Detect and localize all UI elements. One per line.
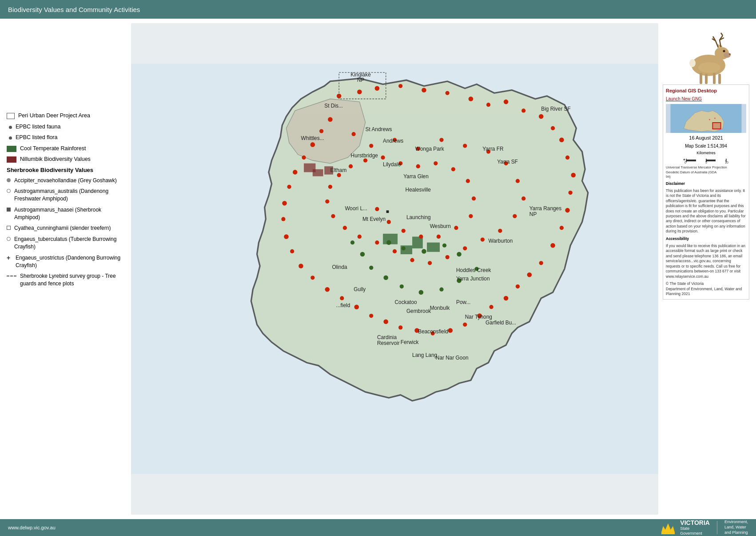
svg-point-160 <box>689 59 696 67</box>
svg-point-102 <box>457 278 462 283</box>
accessibility-title: Accessibility <box>666 236 746 242</box>
svg-point-9 <box>357 89 362 94</box>
svg-point-83 <box>398 161 402 165</box>
gis-title: Regional GIS Desktop <box>666 88 746 94</box>
disclaimer-title: Disclaimer <box>666 181 746 187</box>
svg-text:✦: ✦ <box>683 158 686 162</box>
svg-point-108 <box>360 252 365 257</box>
svg-point-78 <box>328 185 332 189</box>
svg-point-45 <box>290 249 294 253</box>
svg-text:5: 5 <box>705 161 707 164</box>
svg-point-37 <box>398 325 402 329</box>
epbc-flora-icon <box>7 135 12 140</box>
legend-nillumbik: Nillumbik Biodiversity Values <box>7 156 127 164</box>
species-item-5: + Engaeus_urostrictus (Dandenong Burrowi… <box>7 254 127 269</box>
svg-point-96 <box>386 240 391 245</box>
legend-epbc-flora: EPBC listed flora <box>7 134 127 142</box>
svg-point-35 <box>431 331 435 335</box>
svg-point-38 <box>383 319 388 324</box>
svg-point-70 <box>428 261 432 265</box>
svg-point-95 <box>375 207 379 211</box>
page-header: Biodiversity Values and Community Activi… <box>0 0 756 19</box>
svg-point-26 <box>550 243 555 248</box>
svg-point-50 <box>293 170 298 175</box>
svg-point-55 <box>352 132 356 136</box>
svg-point-154 <box>729 53 731 55</box>
gis-scale: Map Scale 1:514,394 <box>666 143 746 149</box>
svg-point-97 <box>402 246 406 250</box>
svg-point-104 <box>419 290 424 295</box>
svg-point-64 <box>521 196 525 200</box>
svg-point-40 <box>354 304 359 309</box>
footer-logo: VICTORIA StateGovernment Environment, La… <box>660 519 748 536</box>
svg-rect-180 <box>661 532 675 534</box>
map-area: Kinglake NP St Dis... Whittles... Big Ri… <box>131 23 658 515</box>
gis-link[interactable]: Launch New GNG <box>666 96 746 102</box>
svg-rect-159 <box>718 74 721 84</box>
species-symbol-2 <box>7 208 11 212</box>
svg-point-107 <box>369 266 373 270</box>
svg-point-49 <box>287 185 291 189</box>
species-item-6: Sherbrooke Lyrebird survey group - Tree … <box>7 272 127 288</box>
svg-point-23 <box>569 191 573 195</box>
svg-point-21 <box>565 156 569 160</box>
svg-point-18 <box>539 114 544 119</box>
svg-point-76 <box>331 214 335 218</box>
svg-point-47 <box>281 217 285 221</box>
svg-point-59 <box>439 138 443 142</box>
svg-rect-4 <box>427 243 440 252</box>
accessibility-text: If you would like to receive this public… <box>666 244 746 279</box>
svg-point-65 <box>513 214 517 218</box>
species-symbol-3 <box>7 226 11 230</box>
epbc-fauna-icon <box>7 124 12 129</box>
svg-point-66 <box>498 229 502 233</box>
species-symbol-4 <box>7 237 11 241</box>
svg-point-80 <box>349 164 353 168</box>
species-symbol-1 <box>7 189 11 193</box>
gis-box: Regional GIS Desktop Launch New GNG 1 <box>663 84 749 300</box>
svg-point-92 <box>419 235 423 239</box>
svg-point-11 <box>398 84 402 88</box>
svg-point-165 <box>709 119 710 120</box>
species-symbol-0 <box>7 178 11 182</box>
svg-point-22 <box>571 173 576 178</box>
svg-point-52 <box>310 142 315 147</box>
svg-point-71 <box>410 258 414 262</box>
svg-marker-179 <box>661 524 675 532</box>
svg-point-100 <box>457 252 462 257</box>
svg-point-69 <box>446 255 450 259</box>
svg-point-34 <box>448 328 453 333</box>
svg-point-53 <box>319 129 323 133</box>
dept-name: Environment, Land, Water and Planning <box>724 520 748 535</box>
svg-point-88 <box>472 196 476 200</box>
legend-cool-temperate: Cool Temperate Rainforest <box>7 145 127 153</box>
svg-point-103 <box>439 288 443 292</box>
scale-bar: 0 5 10 ✦ <box>666 157 746 164</box>
svg-point-33 <box>463 323 467 327</box>
svg-point-87 <box>466 179 470 183</box>
svg-point-42 <box>325 287 330 292</box>
svg-point-98 <box>422 249 426 254</box>
cool-temperate-icon <box>7 146 16 152</box>
disclaimer-text: This publication has been for assistance… <box>666 188 746 234</box>
right-panel: Regional GIS Desktop Launch New GNG 1 <box>663 23 749 515</box>
footer-divider <box>717 521 717 534</box>
svg-point-16 <box>504 100 509 104</box>
svg-point-74 <box>358 235 362 239</box>
svg-point-84 <box>416 164 420 168</box>
svg-point-56 <box>369 144 373 148</box>
svg-point-109 <box>350 240 354 244</box>
svg-point-90 <box>454 226 458 230</box>
svg-rect-172 <box>696 160 706 161</box>
svg-point-94 <box>387 220 391 224</box>
svg-point-13 <box>446 91 450 95</box>
svg-point-63 <box>516 179 520 183</box>
svg-point-101 <box>475 267 479 271</box>
svg-point-58 <box>416 147 420 151</box>
svg-point-67 <box>481 237 485 241</box>
svg-rect-171 <box>686 160 696 161</box>
projection-text: Universal Transverse Mercator Projection… <box>666 165 746 179</box>
svg-point-161 <box>698 62 720 73</box>
page-footer: www.delwp.vic.gov.au VICTORIA StateGover… <box>0 519 756 536</box>
svg-text:10: 10 <box>725 161 728 164</box>
